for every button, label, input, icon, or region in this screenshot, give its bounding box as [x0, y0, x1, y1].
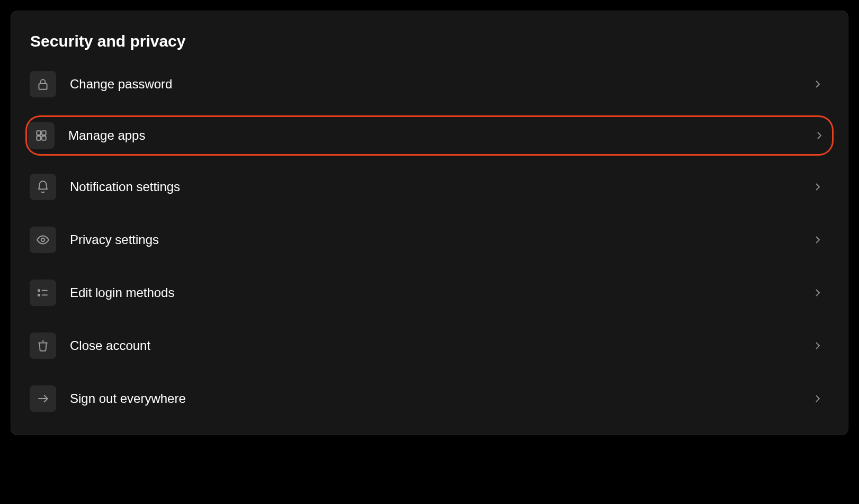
chevron-right-icon [811, 233, 824, 246]
chevron-right-icon [811, 392, 824, 405]
notification-settings-item[interactable]: Notification settings [28, 172, 831, 202]
item-label: Sign out everywhere [70, 391, 798, 406]
svg-point-6 [38, 290, 40, 291]
sign-out-everywhere-item[interactable]: Sign out everywhere [28, 384, 831, 413]
item-label: Manage apps [68, 128, 799, 143]
item-label: Change password [70, 77, 798, 92]
grid-icon [28, 122, 55, 149]
chevron-right-icon [811, 78, 824, 91]
privacy-settings-item[interactable]: Privacy settings [28, 225, 831, 255]
svg-rect-3 [37, 136, 41, 140]
chevron-right-icon [811, 339, 824, 352]
svg-rect-4 [42, 136, 46, 140]
manage-apps-item[interactable]: Manage apps [25, 115, 834, 156]
arrow-right-icon [30, 385, 56, 412]
svg-rect-2 [42, 131, 46, 135]
chevron-right-icon [811, 181, 824, 193]
edit-login-methods-item[interactable]: Edit login methods [28, 278, 831, 308]
item-label: Notification settings [70, 179, 798, 194]
security-privacy-panel: Security and privacy Change password Man… [11, 11, 848, 435]
svg-rect-0 [39, 84, 47, 89]
settings-list: Change password Manage apps Notification… [28, 69, 831, 413]
item-label: Privacy settings [70, 232, 798, 247]
eye-icon [30, 227, 56, 253]
list-icon [30, 280, 56, 306]
chevron-right-icon [813, 129, 826, 142]
close-account-item[interactable]: Close account [28, 331, 831, 361]
svg-point-8 [38, 294, 40, 296]
panel-title: Security and privacy [28, 32, 831, 50]
chevron-right-icon [811, 286, 824, 299]
lock-icon [30, 71, 56, 97]
bell-icon [30, 174, 56, 200]
svg-rect-1 [37, 131, 41, 135]
svg-point-5 [41, 238, 45, 242]
trash-icon [30, 332, 56, 359]
change-password-item[interactable]: Change password [28, 69, 831, 99]
item-label: Edit login methods [70, 285, 798, 300]
item-label: Close account [70, 338, 798, 353]
